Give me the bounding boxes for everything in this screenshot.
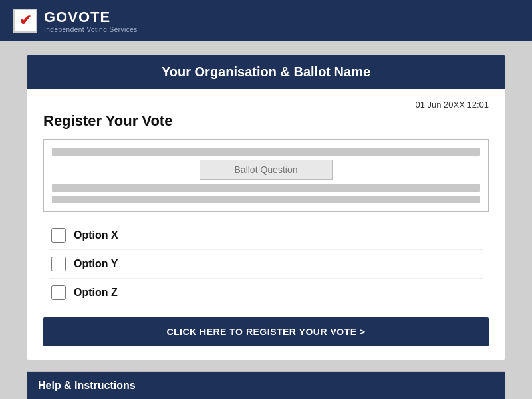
ballot-card-body: 01 Jun 20XX 12:01 Register Your Vote Opt… xyxy=(27,89,505,360)
ballot-stripe-3 xyxy=(52,196,480,203)
logo-text: GOVOTE Independent Voting Services xyxy=(44,9,138,33)
ballot-stripe-2 xyxy=(52,184,480,192)
logo: GOVOTE Independent Voting Services xyxy=(13,9,138,33)
option-item-z: Option Z xyxy=(49,279,483,307)
option-item-x: Option X xyxy=(49,221,483,250)
logo-subtitle: Independent Voting Services xyxy=(44,26,138,33)
help-section: Help & Instructions xyxy=(27,371,505,399)
ballot-stripe-1 xyxy=(52,148,480,156)
logo-title: GOVOTE xyxy=(44,9,138,26)
ballot-card: Your Organisation & Ballot Name 01 Jun 2… xyxy=(27,55,505,360)
option-z-checkbox[interactable] xyxy=(51,285,66,300)
help-title: Help & Instructions xyxy=(27,372,505,399)
option-y-label[interactable]: Option Y xyxy=(74,258,118,270)
ballot-card-title: Your Organisation & Ballot Name xyxy=(27,55,505,89)
option-x-label[interactable]: Option X xyxy=(74,229,118,241)
option-item-y: Option Y xyxy=(49,250,483,279)
page-header: GOVOTE Independent Voting Services xyxy=(0,0,532,41)
register-heading: Register Your Vote xyxy=(43,112,489,130)
ballot-input-row xyxy=(52,160,480,180)
ballot-question-input[interactable] xyxy=(200,160,332,180)
option-y-checkbox[interactable] xyxy=(51,257,66,271)
logo-checkmark-icon xyxy=(13,9,37,33)
register-vote-button[interactable]: CLICK HERE TO REGISTER YOUR VOTE > xyxy=(43,317,489,346)
options-list: Option X Option Y Option Z xyxy=(49,221,483,307)
option-x-checkbox[interactable] xyxy=(51,228,66,243)
option-z-label[interactable]: Option Z xyxy=(74,287,118,299)
ballot-question-area xyxy=(43,139,489,212)
ballot-date: 01 Jun 20XX 12:01 xyxy=(43,100,489,110)
main-content: Your Organisation & Ballot Name 01 Jun 2… xyxy=(0,41,532,399)
